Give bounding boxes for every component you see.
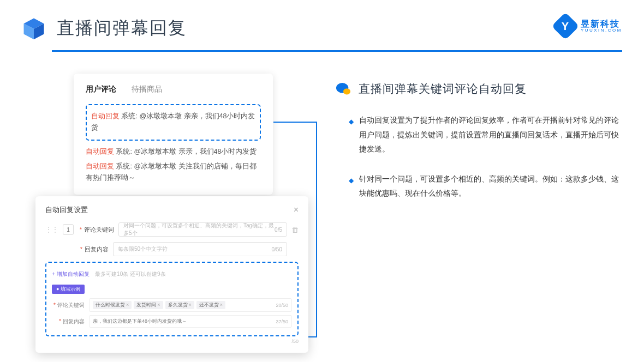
bullet-text: 自动回复设置为了提升作者的评论回复效率，作者可在开播前针对常见的评论用户问题，提… <box>359 113 622 156</box>
bottom-count: /50 <box>291 339 299 344</box>
page-title: 直播间弹幕回复 <box>57 16 187 40</box>
diamond-bullet-icon: ◆ <box>349 116 354 156</box>
brand-logo: Y 昱新科技 YUUXIN.COM <box>556 16 622 36</box>
auto-reply-settings-panel: 自动回复设置 × ⋮⋮ 1 *评论关键词 对同一个问题，可设置多个相近、高频的关… <box>35 196 308 353</box>
svg-point-4 <box>343 88 350 94</box>
cube-icon <box>22 16 46 40</box>
item-number: 1 <box>63 224 74 235</box>
reply-input[interactable]: 每条限50个中文字符 0/50 <box>113 242 287 256</box>
tab-user-comments[interactable]: 用户评论 <box>86 85 116 94</box>
example-keyword-label: *评论关键词 <box>52 301 85 309</box>
chat-bubble-icon <box>336 82 351 95</box>
comments-panel: 用户评论 待播商品 自动回复 系统: @冰墩墩本墩 亲亲，我们48小时内发货 自… <box>74 74 273 195</box>
highlighted-comment: 自动回复 系统: @冰墩墩本墩 亲亲，我们48小时内发货 <box>86 104 261 141</box>
example-badge: ● 填写示例 <box>52 285 85 294</box>
example-section: + 增加自动回复 最多可建10条 还可以创建9条 ● 填写示例 *评论关键词 什… <box>45 262 299 336</box>
tag: 多久发货× <box>165 301 194 309</box>
tag: 什么时候发货× <box>93 301 132 309</box>
add-hint: 最多可建10条 还可以创建9条 <box>95 271 165 277</box>
brand-name-cn: 昱新科技 <box>581 19 622 29</box>
example-reply-input[interactable]: 亲，我们这边都是下单48小时内发货的哦～ 37/50 <box>89 315 292 328</box>
brand-name-en: YUUXIN.COM <box>581 28 622 33</box>
bullet-text: 针对同一个问题，可设置多个相近的、高频的关键词。例如：这款多少钱、这块能优惠吗、… <box>359 172 622 201</box>
keyword-input[interactable]: 对同一个问题，可设置多个相近、高频的关键词，Tag确定，最多5个 0/5 <box>118 222 287 237</box>
keyword-label: *评论关键词 <box>78 226 114 234</box>
settings-title: 自动回复设置 <box>45 205 88 215</box>
auto-reply-tag: 自动回复 <box>86 148 114 155</box>
auto-reply-tag: 自动回复 <box>86 162 114 170</box>
example-reply-label: *回复内容 <box>52 318 85 325</box>
diamond-bullet-icon: ◆ <box>349 174 354 201</box>
tab-pending-products[interactable]: 待播商品 <box>132 85 162 94</box>
drag-handle-icon[interactable]: ⋮⋮ <box>45 226 58 233</box>
example-keyword-input[interactable]: 什么时候发货× 发货时间× 多久发货× 还不发货× 20/50 <box>89 298 292 312</box>
tag: 发货时间× <box>134 301 163 309</box>
tag: 还不发货× <box>196 301 225 309</box>
close-icon[interactable]: × <box>294 205 299 215</box>
auto-reply-tag: 自动回复 <box>91 112 120 120</box>
brand-icon: Y <box>551 13 579 40</box>
comment-text: 系统: @冰墩墩本墩 亲亲，我们48小时内发货 <box>114 148 257 155</box>
section-title: 直播间弹幕关键词评论自动回复 <box>359 81 527 96</box>
delete-icon[interactable]: 🗑 <box>291 226 299 234</box>
add-auto-reply-link[interactable]: + 增加自动回复 <box>52 271 90 277</box>
reply-label: *回复内容 <box>73 245 109 254</box>
